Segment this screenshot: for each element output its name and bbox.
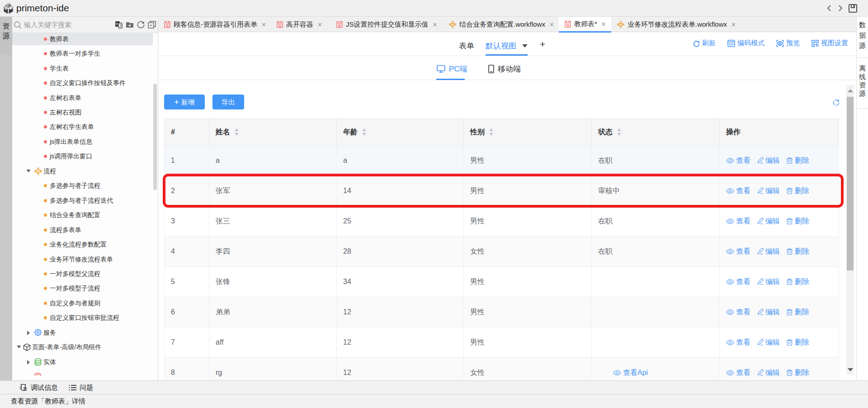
svg-text:文: 文 <box>119 24 123 27</box>
svg-text:in: in <box>116 22 119 25</box>
